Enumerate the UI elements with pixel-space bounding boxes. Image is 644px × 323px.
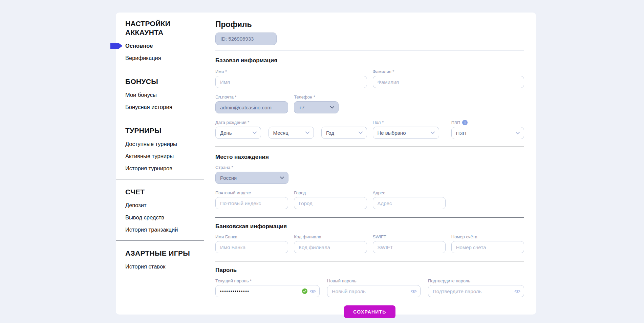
city-input[interactable] — [294, 197, 367, 209]
sidebar-item-label: История ставок — [125, 263, 165, 270]
chevron-down-icon — [431, 131, 435, 134]
birth-date-label: Дата рождения * — [215, 120, 367, 125]
divider — [215, 261, 524, 261]
postal-code-input[interactable] — [215, 197, 288, 209]
first-name-group: Имя * — [215, 69, 367, 88]
sidebar-item-tournament-history[interactable]: История турниров — [125, 165, 196, 172]
branch-code-label: Код филиала — [294, 234, 367, 239]
info-icon[interactable]: i — [462, 120, 468, 125]
bank-name-input[interactable] — [215, 241, 288, 253]
branch-code-group: Код филиала — [294, 234, 367, 253]
current-password-label: Текущий пароль * — [215, 278, 320, 283]
city-label: Город — [294, 190, 367, 195]
address-group: Адрес — [373, 190, 446, 209]
user-id-value: ID: 526906933 — [220, 36, 254, 42]
sidebar-item-bonus-history[interactable]: Бонусная история — [125, 104, 196, 110]
address-label: Адрес — [373, 190, 446, 195]
branch-code-input[interactable] — [294, 241, 367, 253]
account-number-label: Номер счёта — [451, 234, 524, 239]
sidebar-section-title-bonuses: БОНУСЫ — [125, 77, 196, 86]
birth-day-select[interactable]: День — [215, 127, 261, 139]
section-heading-location: Место нахождения — [215, 154, 524, 160]
sidebar-item-label: Бонусная история — [125, 104, 172, 110]
bank-name-label: Имя Банка — [215, 234, 288, 239]
current-password-group: Текущий пароль * — [215, 278, 320, 297]
divider — [215, 50, 524, 51]
account-settings-card: НАСТРОЙКИ АККАУНТА Основное Верификация … — [116, 13, 536, 315]
pzp-value: ПЗП — [456, 130, 467, 136]
confirm-password-group: Подтвердите пароль — [428, 278, 524, 297]
pzp-select[interactable]: ПЗП — [451, 127, 524, 139]
chevron-down-icon — [359, 131, 363, 134]
sidebar-item-label: Верификация — [125, 55, 161, 61]
save-button[interactable]: СОХРАНИТЬ — [344, 305, 395, 318]
country-label: Страна * — [215, 165, 288, 170]
valid-check-icon — [302, 288, 307, 294]
last-name-input[interactable] — [373, 76, 524, 88]
confirm-password-input[interactable] — [428, 285, 524, 297]
sidebar-item-label: История турниров — [125, 165, 172, 171]
sidebar-divider — [116, 69, 204, 69]
swift-label: SWIFT — [373, 234, 446, 239]
last-name-label: Фамилия * — [373, 69, 524, 74]
page-title: Профиль — [215, 20, 524, 29]
new-password-label: Новый пароль — [327, 278, 421, 283]
address-input[interactable] — [373, 197, 446, 209]
email-field — [215, 101, 288, 113]
new-password-group: Новый пароль — [327, 278, 421, 297]
postal-code-group: Почтовый индекс — [215, 190, 288, 209]
birth-day-value: День — [220, 130, 232, 136]
sidebar-item-label: Вывод средств — [125, 214, 164, 220]
first-name-input[interactable] — [215, 76, 367, 88]
sidebar-item-label: Активные турниры — [125, 153, 174, 159]
phone-code-select[interactable]: +7 — [294, 101, 339, 113]
birth-month-select[interactable]: Месяц — [269, 127, 314, 139]
email-group: Эл.почта * — [215, 94, 288, 113]
chevron-down-icon — [516, 132, 520, 134]
sidebar-item-deposit[interactable]: Депозит — [125, 202, 196, 209]
sidebar-item-available-tournaments[interactable]: Доступные турниры — [125, 141, 196, 147]
section-heading-basic-info: Базовая информация — [215, 57, 524, 64]
eye-icon[interactable] — [310, 289, 316, 294]
phone-label: Телефон * — [294, 94, 367, 100]
first-name-label: Имя * — [215, 69, 367, 74]
sidebar-item-active-tournaments[interactable]: Активные турниры — [125, 153, 196, 159]
sidebar-item-verification[interactable]: Верификация — [125, 55, 196, 61]
active-item-arrow-icon — [110, 43, 123, 49]
eye-icon[interactable] — [411, 289, 417, 294]
sidebar-item-transaction-history[interactable]: История транзакций — [125, 227, 196, 233]
chevron-down-icon — [280, 176, 284, 179]
gender-label: Пол * — [373, 120, 446, 125]
new-password-input[interactable] — [327, 285, 421, 297]
sidebar-section-title-gambling: АЗАРТНЫЕ ИГРЫ — [125, 249, 196, 258]
sidebar-item-withdrawal[interactable]: Вывод средств — [125, 214, 196, 221]
birth-year-select[interactable]: Год — [321, 127, 367, 139]
gender-select[interactable]: Не выбрано — [373, 127, 439, 139]
birth-month-value: Месяц — [273, 130, 288, 136]
email-label: Эл.почта * — [215, 94, 288, 100]
account-number-group: Номер счёта — [451, 234, 524, 253]
city-group: Город — [294, 190, 367, 209]
swift-input[interactable] — [373, 241, 446, 253]
pzp-label: ПЗП — [451, 120, 460, 125]
sidebar-divider — [116, 118, 204, 118]
sidebar-item-main[interactable]: Основное — [125, 43, 196, 49]
sidebar-item-bet-history[interactable]: История ставок — [125, 263, 196, 270]
account-number-input[interactable] — [451, 241, 524, 253]
country-select[interactable]: Россия — [215, 172, 288, 184]
bank-name-group: Имя Банка — [215, 234, 288, 253]
gender-group: Пол * Не выбрано — [373, 120, 446, 139]
divider — [215, 147, 524, 147]
confirm-password-label: Подтвердите пароль — [428, 278, 524, 283]
gender-value: Не выбрано — [378, 130, 406, 136]
eye-icon[interactable] — [514, 289, 520, 294]
sidebar-item-label: Основное — [125, 43, 153, 49]
sidebar-divider — [116, 240, 204, 241]
birth-year-value: Год — [326, 130, 334, 136]
sidebar-divider — [116, 179, 204, 179]
sidebar-item-my-bonuses[interactable]: Мои бонусы — [125, 92, 196, 98]
sidebar-item-label: Мои бонусы — [125, 92, 157, 98]
chevron-down-icon — [305, 131, 309, 134]
phone-group: Телефон * +7 — [294, 94, 367, 113]
section-heading-password: Пароль — [215, 267, 524, 274]
